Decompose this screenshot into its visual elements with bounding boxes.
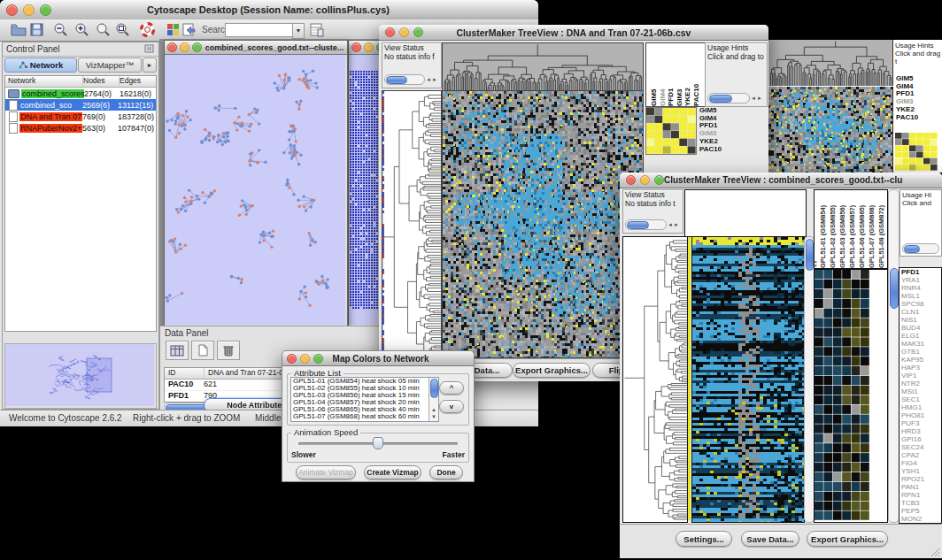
gene-label[interactable]: PAN1	[900, 483, 941, 491]
close-button[interactable]	[287, 354, 297, 364]
attribute-item[interactable]: GPL51-02 (GSM855) heat shock 10 min	[291, 385, 438, 392]
gene-label[interactable]: HMG1	[900, 403, 941, 411]
gene-label[interactable]: PFD1	[900, 268, 941, 276]
row-dendrogram-canvas[interactable]	[382, 90, 442, 358]
zoom-button[interactable]	[654, 175, 664, 185]
gene-label[interactable]: YSH1	[900, 467, 941, 475]
network-overview-canvas[interactable]	[5, 344, 154, 406]
search-dropdown-arrow[interactable]: ▼	[292, 23, 305, 39]
scroll-right-icon[interactable]: ►	[432, 75, 437, 84]
export-graphics-button[interactable]: Export Graphics...	[807, 531, 888, 547]
network-window-2[interactable]	[348, 40, 381, 326]
network-table-row[interactable]: DNA and Tran 07769(0)183728(0)	[5, 111, 156, 122]
resize-grip-icon[interactable]	[930, 547, 940, 557]
attribute-item[interactable]: GPL51-03 (GSM856) heat shock 15 min	[291, 392, 438, 399]
scroll-down-icon[interactable]: ▼	[431, 412, 436, 421]
scroll-left-icon[interactable]: ◄	[751, 94, 756, 103]
network-window-1[interactable]: combined_scores_good.txt--cluste...	[164, 40, 348, 326]
gene-label[interactable]: YRA1	[900, 276, 941, 284]
attribute-list[interactable]: GPL51-01 (GSM854) heat shock 05 minGPL51…	[291, 378, 438, 420]
dialog-titlebar[interactable]: Map Colors to Network	[282, 351, 474, 366]
minimize-button[interactable]	[180, 42, 189, 52]
gene-label[interactable]: KAP95	[900, 356, 941, 364]
search-input[interactable]	[225, 23, 294, 37]
close-button[interactable]	[385, 27, 395, 37]
view-status-scrollbar[interactable]	[625, 219, 667, 230]
save-data-button[interactable]: Save Data...	[741, 531, 799, 547]
gene-label[interactable]: ELG1	[900, 332, 941, 340]
treeview1-titlebar[interactable]: ClusterMaker TreeView : DNA and Tran 07-…	[379, 25, 768, 41]
open-file-icon[interactable]	[11, 23, 27, 36]
zoom-button[interactable]	[313, 354, 323, 364]
network-view-canvas-2[interactable]	[349, 55, 378, 325]
attribute-browser-icon[interactable]	[310, 22, 324, 37]
close-button[interactable]	[351, 42, 361, 52]
export-graphics-button[interactable]: Export Graphics...	[513, 363, 591, 378]
attribute-item[interactable]: GPL51-04 (GSM857) heat shock 20 min	[291, 399, 438, 406]
gene-label[interactable]: HRD3	[900, 427, 941, 435]
gene-list[interactable]: PFD1YRA1RNR4MSL1SPC98CLN1NIS1BUD4ELG1MAK…	[900, 268, 941, 523]
network-table-row[interactable]: RNAPuberNov2+!563(0)107847(0)	[5, 122, 156, 134]
view-status-scrollbar[interactable]	[384, 74, 425, 85]
scroll-right-icon[interactable]: ►	[674, 220, 679, 229]
close-button[interactable]	[626, 175, 636, 185]
gene-label[interactable]: RPN1	[900, 491, 941, 499]
attribute-item[interactable]: GPL51-07 (GSM868) heat shock 60 min	[291, 413, 438, 420]
similarity-matrix-canvas[interactable]	[895, 133, 938, 171]
gene-label[interactable]: FIG4	[900, 459, 941, 467]
network-table-header[interactable]: Network Nodes Edges	[5, 76, 156, 88]
main-titlebar[interactable]: Cytoscape Desktop (Session Name: collins…	[0, 0, 538, 20]
close-button[interactable]	[167, 42, 177, 52]
gene-label[interactable]: SEC24	[900, 443, 941, 451]
gene-label[interactable]: PHO81	[900, 411, 941, 419]
gene-label[interactable]: MON2	[900, 515, 941, 523]
move-down-button[interactable]: v	[439, 400, 464, 413]
gene-label[interactable]: MSI1	[900, 387, 941, 395]
gene-label[interactable]: RNR4	[900, 284, 941, 292]
help-ring-icon[interactable]	[140, 22, 155, 37]
vizmap-grid-icon[interactable]	[166, 23, 180, 36]
create-vizmap-button[interactable]: Create Vizmap	[364, 465, 421, 479]
gene-label[interactable]: CPA2	[900, 451, 941, 459]
zoom-out-icon[interactable]	[53, 22, 68, 37]
zoom-in-icon[interactable]	[74, 22, 89, 37]
minimize-button[interactable]	[399, 27, 409, 37]
gene-label[interactable]: MAK31	[900, 340, 941, 348]
gene-label[interactable]: NIS1	[900, 316, 941, 324]
zoom-button[interactable]	[192, 42, 202, 52]
attribute-item[interactable]: GPL51-01 (GSM854) heat shock 05 min	[291, 378, 438, 385]
zoomed-heatmap-canvas[interactable]	[815, 270, 869, 520]
gene-label[interactable]: PUF3	[900, 419, 941, 427]
done-button[interactable]: Done	[429, 465, 463, 479]
gene-label[interactable]: GTB1	[900, 348, 941, 356]
attribute-list-scrollbar[interactable]: ▲ ▼	[429, 378, 438, 421]
minimize-button[interactable]	[364, 42, 374, 52]
zoom-selected-icon[interactable]	[96, 22, 111, 37]
gene-label[interactable]: TCB3	[900, 499, 941, 507]
attribute-item[interactable]: GPL51-06 (GSM865) heat shock 40 min	[291, 406, 438, 413]
animate-vizmap-button[interactable]: Animate Vizmap	[296, 465, 356, 479]
save-icon[interactable]	[30, 23, 43, 36]
minimize-button[interactable]	[640, 175, 650, 185]
move-up-button[interactable]: ^	[439, 381, 464, 395]
gene-label[interactable]: NTR2	[900, 380, 941, 387]
gene-label[interactable]: BUD4	[900, 324, 941, 332]
zoom-button[interactable]	[413, 27, 423, 37]
float-panel-icon[interactable]	[144, 44, 155, 54]
zoom-button[interactable]	[40, 4, 51, 16]
speed-slider-thumb[interactable]	[373, 437, 383, 449]
new-attribute-button[interactable]	[191, 341, 214, 360]
heatmap-canvas[interactable]	[768, 87, 893, 173]
gene-label[interactable]: SPC98	[900, 300, 941, 308]
network-table-row[interactable]: combined_sco2569(6)13112(15)	[5, 99, 156, 111]
tab-overflow-arrow[interactable]: ►	[143, 58, 157, 73]
usage-hints-scrollbar[interactable]	[707, 93, 750, 104]
gene-label[interactable]: MSL1	[900, 292, 941, 300]
table-mode-button[interactable]	[166, 341, 189, 360]
zoom-fit-icon[interactable]	[115, 22, 130, 37]
annotation-doc-icon[interactable]	[182, 23, 196, 36]
usage-hints-scrollbar[interactable]	[902, 243, 939, 254]
minimize-button[interactable]	[23, 4, 35, 16]
gene-label[interactable]: CLN1	[900, 308, 941, 316]
network-view-canvas[interactable]	[165, 55, 345, 325]
